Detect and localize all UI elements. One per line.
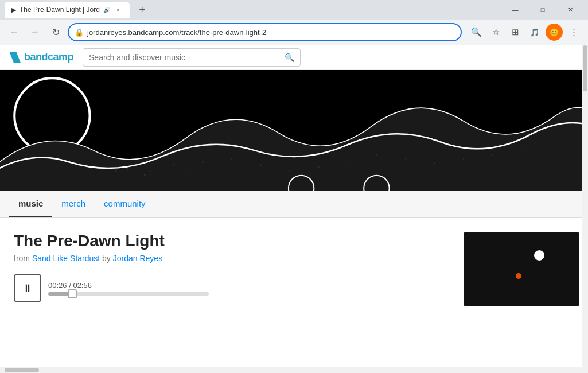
media-icon: 🎵 <box>530 28 539 37</box>
from-label: from <box>14 254 30 263</box>
track-attribution: from Sand Like Stardust by Jordan Reyes <box>14 254 450 263</box>
puzzle-icon: ⊞ <box>512 27 519 37</box>
media-button[interactable]: 🎵 <box>526 24 543 41</box>
track-title: The Pre-Dawn Light <box>14 232 450 250</box>
svg-point-8 <box>173 164 174 166</box>
svg-point-11 <box>231 158 232 160</box>
tab-favicon: ▶ <box>11 6 16 14</box>
play-pause-button[interactable]: ⏸ <box>14 274 41 302</box>
svg-point-14 <box>318 166 320 168</box>
red-light-element <box>516 273 521 279</box>
progress-track[interactable] <box>48 292 209 296</box>
svg-point-4 <box>127 168 128 170</box>
forward-button[interactable]: → <box>26 24 44 41</box>
browser-frame: ▶ The Pre-Dawn Light | Jord 🔊 × + — □ ✕ … <box>0 0 588 373</box>
hero-svg <box>0 70 588 191</box>
svg-point-13 <box>289 170 290 172</box>
hscrollbar-thumb[interactable] <box>5 368 39 372</box>
window-controls: — □ ✕ <box>502 0 583 20</box>
scrollbar-thumb[interactable] <box>583 45 587 91</box>
search-button[interactable]: 🔍 <box>468 24 485 41</box>
vertical-scrollbar[interactable] <box>582 45 588 373</box>
svg-point-9 <box>185 168 186 169</box>
svg-point-15 <box>347 161 348 162</box>
by-label: by <box>102 254 113 263</box>
bandcamp-header: bandcamp 🔍 <box>0 45 588 70</box>
svg-point-7 <box>150 171 151 172</box>
tab-music[interactable]: music <box>9 191 52 217</box>
bandcamp-search-bar[interactable]: 🔍 <box>83 48 301 67</box>
refresh-button[interactable]: ↻ <box>47 24 64 41</box>
title-bar: ▶ The Pre-Dawn Light | Jord 🔊 × + — □ ✕ <box>0 0 588 20</box>
menu-button[interactable]: ⋮ <box>565 24 582 41</box>
refresh-icon: ↻ <box>52 27 60 38</box>
menu-icon: ⋮ <box>570 27 578 37</box>
track-info: The Pre-Dawn Light from Sand Like Stardu… <box>14 232 450 364</box>
svg-point-16 <box>376 154 377 156</box>
forward-icon: → <box>30 27 40 37</box>
svg-point-18 <box>434 162 435 164</box>
horizontal-scrollbar[interactable] <box>0 367 582 373</box>
player-controls: 00:26 / 02:56 <box>48 281 209 296</box>
svg-point-5 <box>107 166 108 168</box>
bandcamp-logo[interactable]: bandcamp <box>9 51 73 63</box>
audio-player: ⏸ 00:26 / 02:56 <box>14 274 450 302</box>
profile-button[interactable]: 😊 <box>546 24 563 41</box>
tab-community[interactable]: community <box>95 191 155 217</box>
svg-point-12 <box>260 164 262 166</box>
svg-point-21 <box>521 149 522 150</box>
search-icon: 🔍 <box>471 27 482 37</box>
browser-tab[interactable]: ▶ The Pre-Dawn Light | Jord 🔊 × <box>5 2 130 18</box>
tab-audio-icon: 🔊 <box>103 7 110 13</box>
bandcamp-logo-text: bandcamp <box>24 51 73 63</box>
moon-element <box>534 250 544 261</box>
maximize-button[interactable]: □ <box>529 0 556 20</box>
artist-link[interactable]: Jordan Reyes <box>113 254 162 263</box>
tabs-nav: music merch community <box>0 191 588 218</box>
nav-bar: ← → ↻ 🔒 jordanreyes.bandcamp.com/track/t… <box>0 20 588 45</box>
svg-point-20 <box>492 154 493 156</box>
hero-image <box>0 70 588 191</box>
new-tab-button[interactable]: + <box>134 2 150 18</box>
tab-merch[interactable]: merch <box>52 191 95 217</box>
page-content: bandcamp 🔍 <box>0 45 588 373</box>
minimize-button[interactable]: — <box>502 0 528 20</box>
close-button[interactable]: ✕ <box>557 0 583 20</box>
svg-point-19 <box>463 158 464 160</box>
total-time: 02:56 <box>73 281 92 290</box>
back-button[interactable]: ← <box>6 24 23 41</box>
nav-actions: 🔍 ☆ ⊞ 🎵 😊 ⋮ <box>468 24 582 41</box>
extensions-button[interactable]: ⊞ <box>507 24 524 41</box>
tab-title: The Pre-Dawn Light | Jord <box>20 6 100 14</box>
bandcamp-logo-icon <box>9 52 21 63</box>
time-display: 00:26 / 02:56 <box>48 281 209 290</box>
address-text: jordanreyes.bandcamp.com/track/the-pre-d… <box>87 28 455 37</box>
search-submit-icon[interactable]: 🔍 <box>285 53 294 62</box>
profile-avatar: 😊 <box>550 28 559 37</box>
svg-point-3 <box>121 172 122 173</box>
track-section: The Pre-Dawn Light from Sand Like Stardu… <box>0 218 588 373</box>
tab-close-button[interactable]: × <box>114 5 123 14</box>
svg-point-10 <box>202 161 204 163</box>
svg-point-2 <box>115 170 116 172</box>
current-time: 00:26 <box>48 281 67 290</box>
album-link[interactable]: Sand Like Stardust <box>32 254 102 263</box>
pause-icon: ⏸ <box>22 282 33 294</box>
address-bar[interactable]: 🔒 jordanreyes.bandcamp.com/track/the-pre… <box>68 23 462 41</box>
album-art <box>464 232 579 306</box>
star-icon: ☆ <box>492 27 500 37</box>
progress-thumb[interactable] <box>68 289 77 298</box>
bookmark-button[interactable]: ☆ <box>487 24 504 41</box>
svg-point-17 <box>405 158 406 160</box>
svg-point-6 <box>144 174 146 176</box>
back-icon: ← <box>10 27 19 37</box>
lock-icon: 🔒 <box>75 28 84 37</box>
search-input[interactable] <box>89 53 280 62</box>
